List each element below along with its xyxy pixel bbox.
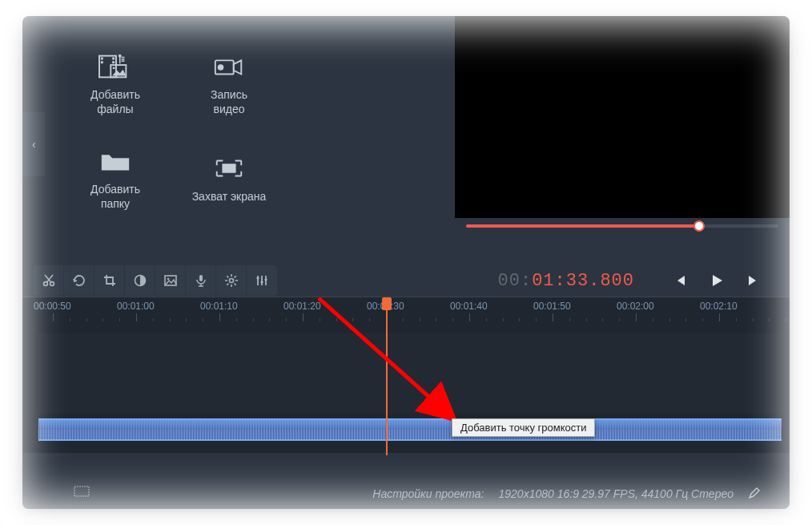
preview-progress[interactable] [455,218,790,237]
add-folder-label: Добавить папку [90,182,140,211]
timeline-ruler[interactable]: 00:00:5000:01:0000:01:1000:01:2000:01:30… [22,297,790,329]
svg-rect-3 [112,57,115,59]
record-video-label: Запись видео [211,87,247,116]
crop-tool[interactable] [94,265,125,296]
timecode-display: 00:01:33.800 [498,271,671,291]
svg-point-15 [167,278,169,281]
screen-capture-button[interactable]: Захват экрана [176,143,282,215]
screen-capture-icon [212,154,246,183]
ruler-tick-label: 00:01:20 [283,301,321,312]
ruler-tick-label: 00:01:00 [117,301,155,312]
ruler-tick-label: 00:01:40 [450,301,488,312]
audio-track[interactable] [38,418,782,441]
context-menu-add-volume-point[interactable]: Добавить точку громкости [452,418,595,437]
rotate-tool[interactable] [64,265,94,296]
mic-tool[interactable] [186,265,216,296]
add-files-label: Добавить файлы [90,87,140,116]
svg-rect-2 [101,61,103,63]
svg-rect-21 [74,487,89,496]
svg-rect-19 [261,281,263,283]
cut-tool[interactable] [34,265,64,296]
settings-tool[interactable] [216,265,247,296]
playhead[interactable] [386,299,388,455]
svg-point-9 [218,64,224,71]
equalizer-tool[interactable] [247,265,277,296]
edit-project-settings-icon[interactable] [748,487,761,502]
svg-rect-4 [112,61,115,63]
svg-point-7 [119,55,122,58]
video-track[interactable] [38,333,782,414]
svg-rect-18 [257,277,259,279]
ruler-tick-label: 00:01:10 [200,301,238,312]
svg-point-17 [229,279,233,283]
picture-tool[interactable] [155,265,186,296]
ruler-tick-label: 00:01:50 [533,301,571,312]
progress-knob[interactable] [693,220,705,232]
svg-rect-20 [265,279,267,281]
svg-point-11 [43,282,47,286]
project-resolution: 1920x1080 16:9 29.97 FPS, 44100 Гц Стере… [499,487,734,500]
film-media-icon [98,52,132,81]
project-settings-label: Настройки проекта: [51,487,499,500]
svg-point-6 [113,67,115,69]
collapse-sidebar-chevron[interactable]: ‹ [32,138,36,151]
svg-rect-16 [199,275,203,281]
add-files-button[interactable]: Добавить файлы [62,48,168,120]
play-button[interactable] [708,272,726,289]
prev-button[interactable] [671,272,689,289]
svg-rect-10 [222,164,235,172]
svg-rect-1 [101,57,103,59]
add-folder-button[interactable]: Добавить папку [62,143,168,215]
next-button[interactable] [745,272,762,289]
ruler-tick-label: 00:02:00 [617,301,654,312]
ruler-tick-label: 00:02:10 [700,301,738,312]
folder-icon [98,147,132,176]
screen-capture-label: Захват экрана [192,189,267,204]
svg-point-12 [50,282,54,286]
video-preview [455,16,790,218]
contrast-tool[interactable] [125,265,155,296]
ruler-tick-label: 00:00:50 [34,301,71,312]
record-video-button[interactable]: Запись видео [176,48,282,120]
camcorder-icon [212,52,246,81]
film-strip-icon [74,486,90,499]
